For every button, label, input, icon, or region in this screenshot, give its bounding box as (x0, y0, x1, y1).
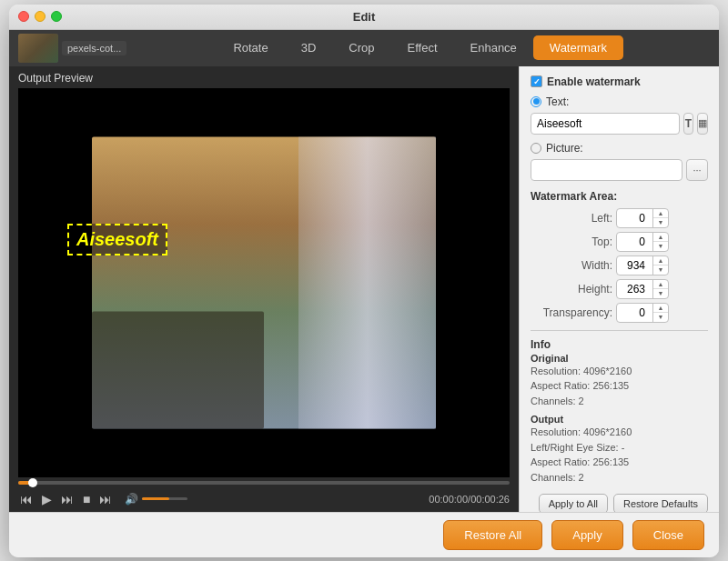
left-field-row: Left: 0 ▲ ▼ (531, 208, 708, 228)
picture-radio-row: Picture: (531, 142, 708, 155)
tab-enhance[interactable]: Enhance (454, 35, 533, 60)
transparency-increment-button[interactable]: ▲ (653, 304, 668, 314)
font-icon: T (685, 117, 692, 130)
tab-watermark[interactable]: Watermark (533, 35, 623, 60)
progress-thumb[interactable] (28, 478, 37, 487)
output-aspect: Aspect Ratio: 256:135 (531, 455, 708, 470)
height-stepper[interactable]: 263 ▲ ▼ (616, 279, 669, 299)
video-area: Aiseesoft (18, 88, 510, 477)
letterbox-bottom (18, 430, 510, 476)
left-stepper[interactable]: 0 ▲ ▼ (616, 208, 669, 228)
left-increment-button[interactable]: ▲ (653, 209, 668, 219)
top-label: Top: (531, 235, 612, 248)
original-aspect: Aspect Ratio: 256:135 (531, 378, 708, 394)
browse-picture-button[interactable]: ··· (686, 159, 708, 181)
picture-input-field[interactable] (531, 159, 682, 181)
top-field-row: Top: 0 ▲ ▼ (531, 232, 708, 252)
controls-row: ⏮ ▶ ⏭ ■ ⏭ 🔊 00:00:00/00:00:26 (18, 490, 510, 508)
top-decrement-button[interactable]: ▼ (653, 242, 668, 251)
end-button[interactable]: ⏭ (97, 490, 114, 508)
picture-radio[interactable] (531, 143, 541, 154)
left-label: Left: (531, 212, 612, 225)
top-stepper[interactable]: 0 ▲ ▼ (616, 232, 669, 252)
picture-input-row: ··· (531, 159, 708, 181)
watermark-text-input[interactable] (531, 113, 680, 135)
restore-defaults-button[interactable]: Restore Defaults (613, 494, 708, 512)
output-channels: Channels: 2 (531, 470, 708, 486)
original-info-block: Original Resolution: 4096*2160 Aspect Ra… (531, 353, 708, 409)
width-stepper[interactable]: 934 ▲ ▼ (616, 255, 669, 275)
transparency-field-row: Transparency: 0 ▲ ▼ (531, 303, 708, 323)
playback-bar: ⏮ ▶ ⏭ ■ ⏭ 🔊 00:00:00/00:00:26 (9, 477, 519, 512)
text-radio-row: Text: (531, 95, 708, 108)
height-stepper-buttons: ▲ ▼ (653, 280, 668, 298)
tab-effect[interactable]: Effect (391, 35, 454, 60)
preview-panel: Output Preview Aiseesoft ⏮ ▶ ⏭ (9, 66, 519, 512)
minimize-button[interactable] (35, 11, 46, 22)
enable-watermark-row: ✓ Enable watermark (531, 75, 708, 88)
transparency-label: Transparency: (531, 306, 612, 319)
top-value: 0 (617, 233, 653, 251)
stop-button[interactable]: ■ (81, 490, 92, 508)
height-increment-button[interactable]: ▲ (653, 280, 668, 290)
tab-crop[interactable]: Crop (332, 35, 390, 60)
skip-back-button[interactable]: ⏮ (18, 490, 35, 508)
volume-icon: 🔊 (125, 493, 138, 506)
volume-area: 🔊 (125, 493, 187, 506)
original-label: Original (531, 353, 708, 364)
tab-rotate[interactable]: Rotate (217, 35, 284, 60)
radio-inner (533, 98, 540, 105)
close-button[interactable]: Close (632, 520, 704, 550)
checkbox-check-icon: ✓ (533, 77, 541, 86)
apply-button[interactable]: Apply (551, 520, 623, 550)
main-window: Edit pexels-cot... Rotate 3D Crop Effect… (9, 5, 719, 557)
font-color-button[interactable]: ▦ (697, 113, 708, 135)
left-stepper-buttons: ▲ ▼ (653, 209, 668, 227)
top-increment-button[interactable]: ▲ (653, 233, 668, 243)
width-decrement-button[interactable]: ▼ (653, 265, 668, 275)
top-stepper-buttons: ▲ ▼ (653, 233, 668, 251)
original-channels: Channels: 2 (531, 394, 708, 409)
progress-track[interactable] (18, 481, 510, 485)
output-eye-size: Left/Right Eye Size: - (531, 440, 708, 456)
enable-watermark-checkbox[interactable]: ✓ (531, 75, 542, 87)
output-label: Output (531, 414, 708, 425)
left-value: 0 (617, 209, 653, 227)
maximize-button[interactable] (51, 11, 62, 22)
info-title: Info (531, 338, 708, 351)
height-decrement-button[interactable]: ▼ (653, 289, 668, 298)
toolbar-tabs: Rotate 3D Crop Effect Enhance Watermark (130, 35, 710, 60)
transparency-stepper[interactable]: 0 ▲ ▼ (616, 303, 669, 323)
action-buttons-top: Apply to All Restore Defaults (531, 494, 708, 512)
close-button[interactable] (18, 11, 29, 22)
restore-all-button[interactable]: Restore All (443, 520, 542, 550)
picture-radio-label: Picture: (546, 142, 583, 155)
watermark-overlay[interactable]: Aiseesoft (67, 224, 167, 255)
text-input-row: T ▦ (531, 113, 708, 135)
text-radio[interactable] (531, 96, 541, 107)
volume-track[interactable] (142, 497, 187, 500)
left-decrement-button[interactable]: ▼ (653, 218, 668, 227)
enable-watermark-label: Enable watermark (547, 75, 641, 88)
volume-fill (142, 497, 169, 500)
titlebar: Edit (9, 5, 719, 30)
video-background: Aiseesoft (18, 88, 510, 477)
output-info-block: Output Resolution: 4096*2160 Left/Right … (531, 414, 708, 485)
toolbar: pexels-cot... Rotate 3D Crop Effect Enha… (9, 30, 719, 66)
width-increment-button[interactable]: ▲ (653, 256, 668, 266)
transparency-stepper-buttons: ▲ ▼ (653, 304, 668, 322)
color-icon: ▦ (698, 117, 707, 129)
play-button[interactable]: ▶ (40, 490, 54, 508)
transparency-decrement-button[interactable]: ▼ (653, 313, 668, 322)
filename-label: pexels-cot... (62, 41, 126, 55)
info-section: Info Original Resolution: 4096*2160 Aspe… (531, 330, 708, 486)
right-panel: ✓ Enable watermark Text: T ▦ (519, 66, 719, 512)
font-style-button[interactable]: T (683, 113, 693, 135)
apply-to-all-button[interactable]: Apply to All (539, 494, 608, 512)
traffic-lights (18, 11, 62, 22)
skip-forward-button[interactable]: ⏭ (59, 490, 76, 508)
width-stepper-buttons: ▲ ▼ (653, 256, 668, 275)
height-label: Height: (531, 283, 612, 296)
content-area: Output Preview Aiseesoft ⏮ ▶ ⏭ (9, 66, 719, 512)
tab-3d[interactable]: 3D (285, 35, 333, 60)
